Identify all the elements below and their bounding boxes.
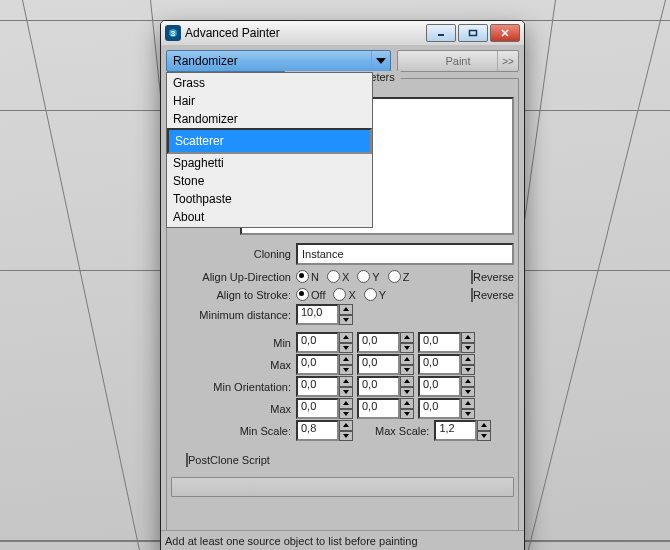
- max-scale-label: Max Scale:: [375, 425, 429, 437]
- min-distance-label: Minimum distance:: [171, 309, 291, 321]
- align-up-radios: N X Y Z: [296, 270, 409, 283]
- svg-marker-32: [404, 412, 410, 416]
- minorient-y-spinner[interactable]: 0,0: [357, 378, 414, 395]
- preset-combo[interactable]: Randomizer: [166, 50, 391, 72]
- svg-marker-31: [404, 401, 410, 405]
- svg-marker-22: [465, 368, 471, 372]
- min-xyz: 0,0 0,0 0,0: [296, 334, 475, 351]
- cloning-select[interactable]: Instance: [296, 243, 514, 265]
- svg-marker-36: [343, 434, 349, 438]
- svg-marker-19: [404, 357, 410, 361]
- svg-marker-33: [465, 401, 471, 405]
- align-up-radio-z[interactable]: Z: [388, 270, 410, 283]
- align-stroke-reverse-checkbox[interactable]: Reverse: [471, 289, 514, 301]
- min-x-spinner[interactable]: 0,0: [296, 334, 353, 351]
- svg-marker-26: [404, 390, 410, 394]
- svg-marker-13: [404, 335, 410, 339]
- max-y-spinner[interactable]: 0,0: [357, 356, 414, 373]
- preset-dropdown-list[interactable]: GrassHairRandomizerScattererSpaghettiSto…: [166, 72, 373, 228]
- preset-dropdown-item[interactable]: Grass: [167, 74, 372, 92]
- svg-marker-12: [343, 346, 349, 350]
- minorient-xyz: 0,0 0,0 0,0: [296, 378, 475, 395]
- dialog-window: 3 Advanced Painter Randomizer Paint >> S…: [160, 20, 525, 550]
- preset-dropdown-item[interactable]: Stone: [167, 172, 372, 190]
- status-bar: Add at least one source object to list b…: [161, 530, 524, 550]
- max-label: Max: [171, 359, 291, 371]
- align-stroke-label: Align to Stroke:: [171, 289, 291, 301]
- close-button[interactable]: [490, 24, 520, 42]
- paint-button[interactable]: Paint >>: [397, 50, 519, 72]
- svg-marker-10: [343, 318, 349, 322]
- svg-rect-3: [470, 31, 477, 36]
- max-z-spinner[interactable]: 0,0: [418, 356, 475, 373]
- min-y-spinner[interactable]: 0,0: [357, 334, 414, 351]
- spin-up-icon[interactable]: [339, 304, 353, 315]
- svg-marker-29: [343, 401, 349, 405]
- align-stroke-radio-y[interactable]: Y: [364, 288, 386, 301]
- svg-marker-30: [343, 412, 349, 416]
- maxorient-x-spinner[interactable]: 0,0: [296, 400, 353, 417]
- minorient-z-spinner[interactable]: 0,0: [418, 378, 475, 395]
- preset-dropdown-item[interactable]: Randomizer: [167, 110, 372, 128]
- postclone-script-button[interactable]: [171, 477, 514, 497]
- min-label: Min: [171, 337, 291, 349]
- max-scale-spinner[interactable]: 1,2: [434, 422, 491, 439]
- svg-marker-11: [343, 335, 349, 339]
- svg-marker-21: [465, 357, 471, 361]
- align-up-radio-n[interactable]: N: [296, 270, 319, 283]
- svg-marker-25: [404, 379, 410, 383]
- maximize-button[interactable]: [458, 24, 488, 42]
- min-scale-label: Min Scale:: [171, 425, 291, 437]
- svg-marker-15: [465, 335, 471, 339]
- cloning-label: Cloning: [171, 248, 291, 260]
- svg-marker-37: [481, 423, 487, 427]
- app-icon: 3: [165, 25, 181, 41]
- min-distance-spinner[interactable]: 10,0: [296, 306, 353, 323]
- preset-dropdown-item[interactable]: Hair: [167, 92, 372, 110]
- svg-marker-17: [343, 357, 349, 361]
- preset-dropdown-item[interactable]: Spaghetti: [167, 154, 372, 172]
- min-z-spinner[interactable]: 0,0: [418, 334, 475, 351]
- min-orientation-label: Min Orientation:: [171, 381, 291, 393]
- svg-marker-27: [465, 379, 471, 383]
- preset-dropdown-item[interactable]: Toothpaste: [167, 190, 372, 208]
- preset-dropdown-item[interactable]: Scatterer: [167, 128, 372, 154]
- align-up-radio-y[interactable]: Y: [357, 270, 379, 283]
- window-title: Advanced Painter: [185, 26, 422, 40]
- align-up-label: Align Up-Direction: [171, 271, 291, 283]
- preset-combo-value: Randomizer: [173, 54, 238, 68]
- preset-dropdown-item[interactable]: About: [167, 208, 372, 226]
- align-up-reverse-checkbox[interactable]: Reverse: [471, 271, 514, 283]
- maxorient-xyz: 0,0 0,0 0,0: [296, 400, 475, 417]
- max-xyz: 0,0 0,0 0,0: [296, 356, 475, 373]
- svg-marker-14: [404, 346, 410, 350]
- paint-more-button[interactable]: >>: [497, 51, 518, 71]
- dialog-body: Randomizer Paint >> Scatterer Parameters…: [161, 45, 524, 550]
- minorient-x-spinner[interactable]: 0,0: [296, 378, 353, 395]
- svg-marker-28: [465, 390, 471, 394]
- svg-marker-38: [481, 434, 487, 438]
- svg-marker-18: [343, 368, 349, 372]
- max-x-spinner[interactable]: 0,0: [296, 356, 353, 373]
- svg-marker-24: [343, 390, 349, 394]
- align-up-radio-x[interactable]: X: [327, 270, 349, 283]
- maxorient-y-spinner[interactable]: 0,0: [357, 400, 414, 417]
- svg-marker-23: [343, 379, 349, 383]
- align-stroke-radio-off[interactable]: Off: [296, 288, 325, 301]
- titlebar[interactable]: 3 Advanced Painter: [161, 21, 524, 46]
- svg-marker-6: [376, 58, 386, 64]
- min-scale-spinner[interactable]: 0,8: [296, 422, 353, 439]
- max2-label: Max: [171, 403, 291, 415]
- svg-marker-34: [465, 412, 471, 416]
- svg-marker-35: [343, 423, 349, 427]
- minimize-button[interactable]: [426, 24, 456, 42]
- svg-marker-20: [404, 368, 410, 372]
- maxorient-z-spinner[interactable]: 0,0: [418, 400, 475, 417]
- align-stroke-radios: Off X Y: [296, 288, 386, 301]
- align-stroke-radio-x[interactable]: X: [333, 288, 355, 301]
- spin-down-icon[interactable]: [339, 315, 353, 326]
- paint-button-label: Paint: [445, 55, 470, 67]
- postclone-checkbox[interactable]: PostClone Script: [186, 454, 270, 466]
- svg-marker-16: [465, 346, 471, 350]
- svg-marker-9: [343, 307, 349, 311]
